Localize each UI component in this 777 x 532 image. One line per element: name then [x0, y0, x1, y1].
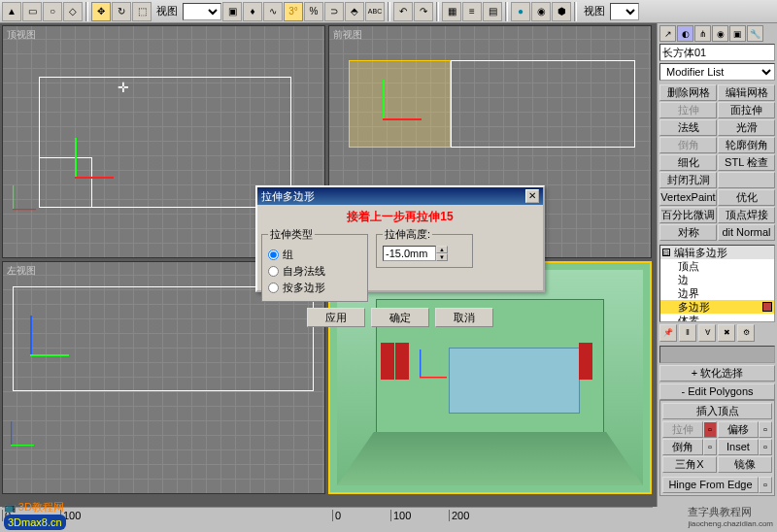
inset-button[interactable]: Inset: [718, 439, 759, 455]
undo-icon[interactable]: ↶: [393, 2, 413, 21]
command-panel: ↗ ◐ ⋔ ◉ ▣ 🔧 Modifier List 删除网格 编辑网格 拉伸 面…: [657, 23, 777, 507]
bevel-settings-icon[interactable]: ▫: [703, 439, 717, 455]
offset-button[interactable]: 偏移: [718, 421, 759, 438]
cap-holes-button[interactable]: 封闭孔洞: [659, 172, 717, 188]
object-name-input[interactable]: [659, 44, 775, 61]
logo-bottom: 3Dmax8.cn: [4, 515, 66, 530]
extrude-dialog: 拉伸多边形 ✕ 接着上一步再拉伸15 拉伸类型 组 自身法线 按多边形 拉伸高度…: [255, 185, 545, 292]
lasso-select-icon[interactable]: ◇: [63, 2, 83, 21]
utility-tab-icon[interactable]: 🔧: [747, 25, 763, 42]
inset-settings-icon[interactable]: ▫: [759, 439, 772, 455]
scale-icon[interactable]: ⬚: [132, 2, 152, 21]
show-result-icon[interactable]: Ⅱ: [679, 324, 696, 342]
motion-tab-icon[interactable]: ◉: [712, 25, 728, 42]
smooth-button[interactable]: 光滑: [718, 119, 775, 136]
abc-icon[interactable]: ABC: [365, 2, 385, 21]
hinge-button[interactable]: Hinge From Edge: [662, 477, 759, 493]
extrude-settings-icon[interactable]: ▫: [703, 421, 717, 438]
percent-button[interactable]: 百分比微调: [659, 207, 717, 223]
poly-swatch-icon: [762, 302, 772, 312]
view-combo[interactable]: [183, 3, 221, 20]
stl-check-button[interactable]: STL 检查: [718, 154, 775, 171]
radio-by-polygon[interactable]: 按多边形: [268, 281, 361, 295]
create-tab-icon[interactable]: ↗: [659, 25, 676, 42]
tool-icon-1[interactable]: ♦: [243, 2, 262, 21]
logo-top: 📺 3D教程网: [4, 500, 64, 515]
main-toolbar: ▲ ▭ ○ ◇ ✥ ↻ ⬚ 视图 ▣ ♦ ∿ 3° % ⊃ ⬘ ABC ↶ ↷ …: [0, 0, 777, 23]
angle-snap-icon[interactable]: 3°: [284, 2, 303, 21]
extrude-type-group: 拉伸类型 组 自身法线 按多边形: [261, 227, 368, 302]
height-input[interactable]: [383, 246, 436, 261]
optimize-button[interactable]: 优化: [718, 189, 775, 206]
spin-up-icon[interactable]: ▲: [436, 246, 448, 253]
move-icon[interactable]: ✥: [91, 2, 111, 21]
cursor-icon: ✛: [118, 80, 129, 95]
material-icon[interactable]: ◉: [531, 2, 551, 21]
apply-button[interactable]: 应用: [307, 308, 365, 327]
schematic-icon[interactable]: ▦: [442, 2, 461, 21]
rect-select-icon[interactable]: ▭: [22, 2, 42, 21]
blank-button: [718, 172, 775, 188]
extrude-button[interactable]: 拉伸: [659, 102, 717, 118]
cancel-button[interactable]: 取消: [435, 308, 493, 327]
redo-icon[interactable]: ↷: [414, 2, 433, 21]
collapse-icon[interactable]: ⊟: [662, 249, 670, 256]
delete-mesh-button[interactable]: 删除网格: [659, 84, 717, 101]
mirror-button[interactable]: 镜像: [718, 456, 772, 473]
insert-vertex-button[interactable]: 插入顶点: [662, 403, 772, 419]
radio-group[interactable]: 组: [268, 248, 361, 262]
view-combo-2[interactable]: [610, 3, 639, 20]
spin-down-icon[interactable]: ▼: [436, 253, 448, 261]
display-tab-icon[interactable]: ▣: [729, 25, 746, 42]
ellipse-select-icon[interactable]: ○: [43, 2, 62, 21]
tool-icon-4[interactable]: ⬢: [552, 2, 571, 21]
rotate-icon[interactable]: ↻: [112, 2, 131, 21]
dit-normal-button[interactable]: dit Normal: [718, 224, 775, 241]
fillet-button[interactable]: 倒角: [659, 137, 717, 153]
offset-settings-icon[interactable]: ▫: [759, 421, 772, 438]
time-ruler[interactable]: 0 100 0 100 200: [2, 507, 653, 522]
chamfer-button[interactable]: 轮廓倒角: [718, 137, 775, 153]
face-extrude-button[interactable]: 面拉伸: [718, 102, 775, 118]
view-label: 视图: [152, 4, 182, 18]
view-label-2: 视图: [580, 4, 609, 18]
hierarchy-tab-icon[interactable]: ⋔: [694, 25, 711, 42]
tool-icon-3[interactable]: ⬘: [345, 2, 364, 21]
config-icon[interactable]: ⚙: [737, 324, 755, 342]
pin-stack-icon[interactable]: 📌: [659, 324, 677, 342]
dialog-titlebar[interactable]: 拉伸多边形 ✕: [257, 187, 543, 205]
height-spinner[interactable]: ▲▼: [383, 246, 466, 261]
viewport-container: 顶视图 ✛ 前视图 左视图: [0, 23, 657, 507]
close-icon[interactable]: ✕: [525, 189, 539, 203]
site-watermark: 查字典教程网 jiaocheng.chazidian.com: [688, 505, 773, 528]
radio-local-normal[interactable]: 自身法线: [268, 264, 361, 279]
edit-mesh-button[interactable]: 编辑网格: [718, 84, 775, 101]
weld-vertex-button[interactable]: 顶点焊接: [718, 207, 775, 223]
refine-button[interactable]: 细化: [659, 154, 717, 171]
hinge-settings-icon[interactable]: ▫: [759, 477, 772, 493]
snap-icon[interactable]: ▣: [222, 2, 242, 21]
magnet-icon[interactable]: ⊃: [324, 2, 344, 21]
soft-selection-rollout[interactable]: + 软化选择: [659, 365, 775, 382]
modify-tab-icon[interactable]: ◐: [677, 25, 693, 42]
remove-mod-icon[interactable]: ✖: [718, 324, 735, 342]
edit-polygons-rollout[interactable]: - Edit Polygons: [659, 383, 775, 400]
modifier-buttons: 删除网格 编辑网格 拉伸 面拉伸 法线 光滑 倒角 轮廓倒角 细化 STL 检查…: [659, 84, 775, 241]
ok-button[interactable]: 确定: [371, 308, 429, 327]
layers2-icon[interactable]: ▤: [483, 2, 502, 21]
symmetry-button[interactable]: 对称: [659, 224, 717, 241]
unique-icon[interactable]: ∀: [698, 324, 716, 342]
modifier-stack[interactable]: ⊟编辑多边形 顶点 边 边界 多边形 体素: [659, 245, 775, 322]
modifier-list-select[interactable]: Modifier List: [659, 63, 775, 81]
extrude-height-group: 拉伸高度: ▲▼: [376, 227, 473, 268]
vertexpaint-button[interactable]: VertexPaint: [659, 189, 717, 206]
triangulate-button[interactable]: 三角X: [662, 456, 717, 473]
percent-snap-icon[interactable]: %: [304, 2, 323, 21]
render-icon[interactable]: ●: [511, 2, 530, 21]
tool-icon-2[interactable]: ∿: [263, 2, 283, 21]
extrude2-button[interactable]: 拉伸: [662, 421, 703, 438]
normal-button[interactable]: 法线: [659, 119, 717, 136]
bevel-button[interactable]: 倒角: [662, 439, 703, 455]
select-icon[interactable]: ▲: [2, 2, 21, 21]
layers-icon[interactable]: ≡: [462, 2, 482, 21]
